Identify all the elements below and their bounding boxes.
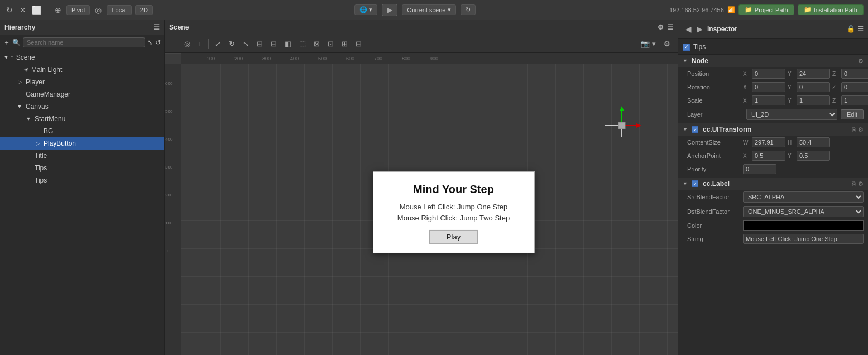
inspector-menu-icon[interactable]: ☰: [857, 25, 864, 33]
display-settings-btn[interactable]: ⚙: [661, 39, 673, 49]
camera-btn[interactable]: 📷 ▾: [638, 39, 659, 49]
tree-item-tips1[interactable]: ▷ Tips: [0, 162, 164, 174]
tool3[interactable]: ◧: [282, 39, 294, 49]
local-button[interactable]: Local: [107, 5, 131, 15]
rotate-btn[interactable]: ↻: [226, 39, 238, 49]
popup-play-button[interactable]: Play: [429, 230, 478, 244]
node-header[interactable]: ▼ Node ⚙: [678, 55, 868, 67]
inspector-lock-icon[interactable]: 🔓: [847, 25, 855, 33]
layer-select[interactable]: UI_2D: [746, 109, 837, 120]
tree-item-bg[interactable]: ▷ BG: [0, 125, 164, 137]
position-x[interactable]: [752, 69, 785, 79]
tool4[interactable]: ⬚: [296, 39, 309, 49]
scene-select[interactable]: Current scene ▾: [402, 4, 456, 15]
tree-item-playbutton[interactable]: ▷ PlayButton: [0, 137, 164, 150]
arrow-player: ▷: [16, 79, 23, 85]
installation-path-button[interactable]: 📁 Installation Path: [798, 4, 864, 15]
srcblendfactor-select[interactable]: SRC_ALPHA: [743, 191, 864, 203]
string-label: String: [687, 236, 743, 242]
zoom-fit-btn[interactable]: ◎: [181, 39, 193, 49]
tree-item-canvas[interactable]: ▼ Canvas: [0, 100, 164, 113]
play-button[interactable]: ▶: [382, 4, 397, 16]
tool2[interactable]: ⊟: [268, 39, 280, 49]
uitransform-settings-icon[interactable]: ⚙: [858, 126, 864, 133]
ruler-mark-300: 300: [262, 56, 271, 61]
tree-item-scene[interactable]: ▼ ○ Scene: [0, 51, 164, 64]
tool1[interactable]: ⊞: [254, 39, 266, 49]
scale-y[interactable]: [797, 95, 830, 105]
rotation-x[interactable]: [752, 82, 785, 92]
tree-item-mainlight[interactable]: ▷ ☀ Main Light: [0, 64, 164, 76]
scene-menu-icon[interactable]: ☰: [667, 23, 673, 31]
expand-icon[interactable]: ⤡: [147, 39, 153, 46]
arrow-startmenu: ▼: [25, 116, 32, 122]
scene-view[interactable]: 100 200 300 400 500 600 700 800 900 600 …: [165, 53, 678, 355]
sep: [208, 39, 209, 49]
anchorpoint-x[interactable]: [752, 151, 785, 161]
layer-edit-btn[interactable]: Edit: [841, 109, 864, 119]
tree-item-title[interactable]: ▷ Title: [0, 150, 164, 162]
priority-input[interactable]: [743, 164, 776, 174]
position-row: Position X Y Z: [678, 67, 868, 80]
refresh-icon[interactable]: ↻: [4, 5, 15, 15]
project-path-button[interactable]: 📁 Project Path: [738, 4, 794, 15]
scale-x[interactable]: [752, 95, 785, 105]
ruler-v-200: 200: [165, 193, 172, 198]
ruler-v-100: 100: [165, 220, 172, 226]
tool5[interactable]: ⊠: [311, 39, 323, 49]
position-z[interactable]: [841, 69, 868, 79]
tree-label-playbutton: PlayButton: [44, 140, 76, 147]
refresh-icon[interactable]: ↺: [155, 39, 161, 46]
pivot-icon[interactable]: ⊕: [53, 5, 63, 15]
rotation-z[interactable]: [841, 82, 868, 92]
label-header[interactable]: ▼ ✓ cc.Label ⎘ ⚙: [678, 178, 868, 190]
contentsize-w[interactable]: [752, 137, 785, 147]
tree-item-tips2[interactable]: ▷ Tips: [0, 174, 164, 186]
tree-item-gamemanager[interactable]: ▷ GameManager: [0, 88, 164, 100]
contentsize-h[interactable]: [797, 137, 830, 147]
local-icon[interactable]: ◎: [93, 5, 103, 15]
move-btn[interactable]: ⤢: [212, 39, 224, 49]
label-settings-icon[interactable]: ⚙: [858, 180, 864, 188]
scale-z[interactable]: [841, 95, 868, 105]
priority-values: [743, 164, 864, 174]
node-settings-icon[interactable]: ⚙: [858, 57, 864, 65]
maximize-icon[interactable]: ⬜: [31, 5, 41, 15]
tool6[interactable]: ⊡: [325, 39, 337, 49]
dstblendfactor-select[interactable]: ONE_MINUS_SRC_ALPHA: [743, 206, 864, 217]
string-input[interactable]: [743, 234, 864, 244]
refresh-scene-btn[interactable]: ↻: [461, 4, 476, 15]
scale-btn[interactable]: ⤡: [240, 39, 252, 49]
tree-item-startmenu[interactable]: ▼ StartMenu: [0, 113, 164, 125]
ip-info: 192.168.52.96:7456 📶: [669, 6, 735, 13]
zoom-out-btn[interactable]: −: [169, 39, 179, 49]
uitransform-header[interactable]: ▼ ✓ cc.UITransform ⎘ ⚙: [678, 123, 868, 136]
inspector-forward-btn[interactable]: ▶: [694, 23, 705, 35]
tool8[interactable]: ⊟: [353, 39, 365, 49]
tree-item-player[interactable]: ▷ Player: [0, 76, 164, 88]
top-bar: ↻ ✕ ⬜ ⊕ Pivot ◎ Local 2D 🌐 ▾ ▶ Current s…: [0, 0, 868, 20]
tips-checkbox[interactable]: ✓: [683, 44, 690, 51]
pivot-button[interactable]: Pivot: [66, 5, 90, 15]
position-y[interactable]: [797, 69, 830, 79]
uitransform-checkbox[interactable]: ✓: [692, 126, 698, 133]
uitransform-copy-icon[interactable]: ⎘: [852, 126, 856, 133]
2d-button[interactable]: 2D: [135, 5, 153, 15]
zoom-in-btn[interactable]: +: [195, 39, 205, 49]
label-checkbox[interactable]: ✓: [692, 180, 698, 187]
globe-button[interactable]: 🌐 ▾: [354, 4, 377, 15]
inspector-back-btn[interactable]: ◀: [683, 23, 694, 35]
tool7[interactable]: ⊞: [339, 39, 351, 49]
label-copy-icon[interactable]: ⎘: [852, 180, 856, 188]
search-input[interactable]: [23, 37, 145, 47]
scene-settings-icon[interactable]: ⚙: [658, 23, 664, 31]
rotation-y[interactable]: [797, 82, 830, 92]
label-name: cc.Label: [703, 180, 850, 188]
stop-icon[interactable]: ✕: [18, 5, 28, 15]
hierarchy-menu-icon[interactable]: ☰: [154, 23, 160, 31]
color-swatch[interactable]: [743, 220, 864, 231]
add-icon[interactable]: ＋: [3, 38, 10, 47]
anchorpoint-y[interactable]: [797, 151, 830, 161]
anchorpoint-values: X Y: [743, 151, 864, 161]
installation-path-label: Installation Path: [814, 7, 857, 13]
